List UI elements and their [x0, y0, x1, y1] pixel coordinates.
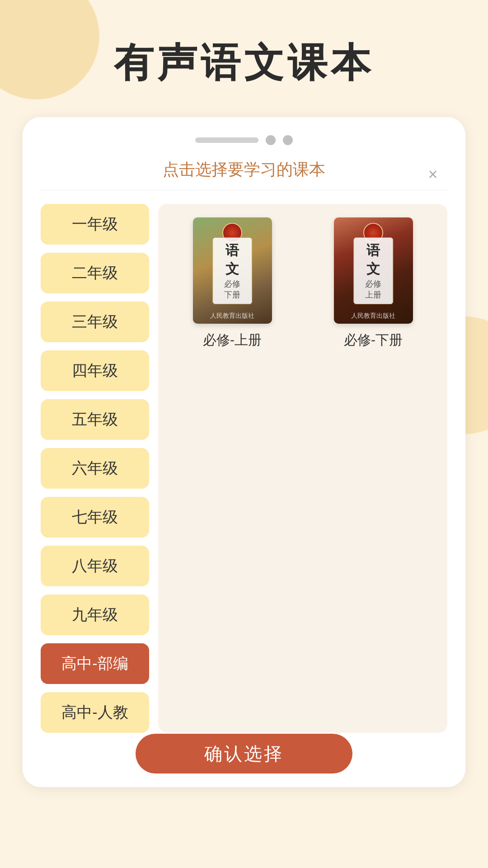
page-title: 有声语文课本 [0, 0, 488, 117]
top-bar-pill [195, 137, 258, 143]
grade-item-7[interactable]: 七年级 [41, 497, 149, 538]
book-title-2: 必修-下册 [344, 331, 403, 349]
selection-card: 点击选择要学习的课本 × 一年级 二年级 三年级 四年级 五年级 六年级 七年级… [23, 117, 465, 787]
top-bar-dot-1 [266, 135, 276, 145]
book-cover-2: 语文 必修 上册 人民教育出版社 [334, 217, 413, 324]
grade-item-5[interactable]: 五年级 [41, 399, 149, 440]
book-publisher-1: 人民教育出版社 [193, 312, 272, 320]
close-button[interactable]: × [423, 165, 443, 184]
book-cn-text-2: 语文 [360, 241, 386, 278]
confirm-button[interactable]: 确认选择 [136, 734, 352, 774]
grade-item-9[interactable]: 九年级 [41, 594, 149, 635]
grade-item-3[interactable]: 三年级 [41, 302, 149, 342]
book-sub-text-2: 必修 上册 [360, 278, 386, 300]
card-top-bar [41, 135, 447, 145]
book-label-overlay-1: 语文 必修 下册 [212, 237, 252, 304]
card-header: 点击选择要学习的课本 × [41, 159, 447, 190]
content-area: 一年级 二年级 三年级 四年级 五年级 六年级 七年级 八年级 九年级 高中-部… [41, 204, 447, 733]
grade-item-6[interactable]: 六年级 [41, 448, 149, 489]
book-publisher-2: 人民教育出版社 [334, 312, 413, 320]
grade-item-4[interactable]: 四年级 [41, 350, 149, 391]
book-sub-text-1: 必修 下册 [219, 278, 245, 300]
grade-item-8[interactable]: 八年级 [41, 546, 149, 586]
book-cn-text-1: 语文 [219, 241, 245, 278]
book-cover-1: 语文 必修 下册 人民教育出版社 [193, 217, 272, 324]
book-label-overlay-2: 语文 必修 上册 [353, 237, 393, 304]
grade-list: 一年级 二年级 三年级 四年级 五年级 六年级 七年级 八年级 九年级 高中-部… [41, 204, 149, 733]
grade-item-hs-bu[interactable]: 高中-部编 [41, 643, 149, 684]
card-subtitle: 点击选择要学习的课本 [163, 159, 325, 181]
top-bar-dot-2 [283, 135, 293, 145]
book-item-2[interactable]: 语文 必修 上册 人民教育出版社 必修-下册 [308, 217, 438, 349]
grade-item-2[interactable]: 二年级 [41, 253, 149, 293]
book-title-1: 必修-上册 [203, 331, 262, 349]
book-item-1[interactable]: 语文 必修 下册 人民教育出版社 必修-上册 [167, 217, 297, 349]
grade-item-1[interactable]: 一年级 [41, 204, 149, 245]
grade-item-hs-ren[interactable]: 高中-人教 [41, 692, 149, 733]
book-grid-container: 语文 必修 下册 人民教育出版社 必修-上册 语文 必修 上册 [158, 204, 447, 733]
book-grid: 语文 必修 下册 人民教育出版社 必修-上册 语文 必修 上册 [167, 217, 438, 349]
